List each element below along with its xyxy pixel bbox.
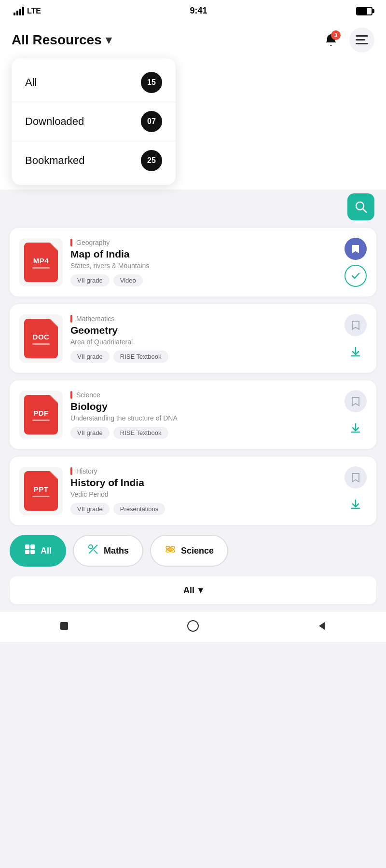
tab-maths-label: Maths [104, 546, 129, 556]
svg-rect-1 [356, 39, 365, 41]
resource-card-1[interactable]: DOC Mathematics Geometry Area of Quadril… [10, 304, 376, 373]
search-icon [355, 201, 367, 213]
card-actions-2 [345, 390, 367, 439]
card-content-0: Geography Map of India States, rivers & … [70, 239, 333, 286]
file-icon-0: MP4 [19, 238, 63, 286]
download-check-button-0[interactable] [345, 265, 367, 287]
download-icon [349, 346, 362, 358]
notification-button[interactable]: 3 [319, 28, 343, 52]
file-icon-1: DOC [19, 314, 63, 363]
file-type-label-2: PDF [33, 409, 49, 417]
science-icon [165, 543, 176, 558]
filter-all-item[interactable]: All 15 [12, 63, 176, 102]
filter-downloaded-label: Downloaded [25, 115, 84, 128]
tag-grade-1: VII grade [70, 351, 110, 363]
card-actions-3 [345, 466, 367, 515]
file-type-label-0: MP4 [33, 257, 49, 265]
android-nav-bar [0, 612, 386, 642]
card-content-1: Mathematics Geometry Area of Quadrilater… [70, 315, 333, 363]
page-title: All Resources [12, 32, 102, 48]
card-title-2: Biology [70, 401, 333, 412]
bookmark-button-0[interactable] [345, 238, 367, 260]
file-type-label-1: DOC [33, 333, 50, 341]
resource-card-3[interactable]: PPT History History of India Vedic Perio… [10, 457, 376, 525]
search-button[interactable] [347, 193, 374, 220]
tag-type-3: Presentations [113, 503, 165, 515]
card-actions-0 [345, 238, 367, 287]
svg-rect-10 [25, 550, 29, 554]
header-icons: 3 [319, 27, 374, 53]
card-title-0: Map of India [70, 248, 333, 260]
tab-science[interactable]: Science [150, 535, 228, 567]
card-desc-0: States, rivers & Mountains [70, 262, 333, 270]
card-desc-2: Understanding the structure of DNA [70, 414, 333, 422]
home-button[interactable] [187, 620, 199, 632]
subject-bar-icon-3 [70, 467, 72, 475]
svg-rect-8 [25, 544, 29, 549]
card-subject-2: Science [70, 391, 333, 399]
subject-bar-icon-2 [70, 391, 72, 399]
filter-dropdown-card: All 15 Downloaded 07 Bookmarked 25 [12, 58, 176, 185]
filter-select-label: All [183, 585, 194, 596]
filter-chevron-icon: ▾ [198, 585, 203, 596]
svg-rect-18 [60, 622, 68, 630]
bookmark-icon [351, 320, 360, 330]
bottom-nav-tabs: All Maths Science [0, 525, 386, 571]
filter-bookmarked-item[interactable]: Bookmarked 25 [12, 141, 176, 180]
carrier-label: LTE [27, 7, 41, 15]
resource-card-0[interactable]: MP4 Geography Map of India States, river… [10, 228, 376, 297]
card-title-1: Geometry [70, 325, 333, 336]
signal-icon [14, 7, 24, 15]
status-bar: LTE 9:41 [0, 0, 386, 20]
header: All Resources ▾ 3 [0, 20, 386, 58]
card-tags-2: VII grade RISE Textbook [70, 427, 333, 439]
filter-downloaded-item[interactable]: Downloaded 07 [12, 102, 176, 141]
bookmark-icon-3 [351, 472, 360, 483]
tag-type-0: Video [113, 274, 143, 286]
resources-list: MP4 Geography Map of India States, river… [0, 228, 386, 525]
download-button-2[interactable] [345, 417, 367, 439]
filter-select-button[interactable]: All ▾ [10, 576, 376, 604]
bookmark-button-2[interactable] [345, 390, 367, 412]
time-label: 9:41 [190, 6, 207, 16]
subject-bar-icon [70, 239, 72, 246]
tag-type-1: RISE Textbook [113, 351, 168, 363]
svg-rect-0 [356, 35, 368, 37]
card-desc-3: Vedic Period [70, 490, 333, 498]
bookmark-active-icon [351, 244, 360, 254]
bookmark-button-3[interactable] [345, 466, 367, 488]
subject-bar-icon-1 [70, 315, 72, 323]
card-tags-3: VII grade Presentations [70, 503, 333, 515]
header-title-area[interactable]: All Resources ▾ [12, 32, 111, 48]
tab-all-label: All [41, 546, 52, 556]
svg-rect-11 [30, 550, 35, 554]
tab-maths[interactable]: Maths [73, 535, 143, 567]
bookmark-icon-2 [351, 396, 360, 407]
bookmark-button-1[interactable] [345, 314, 367, 336]
hamburger-icon [356, 35, 368, 45]
back-button[interactable] [316, 620, 328, 632]
chevron-down-icon: ▾ [106, 33, 111, 47]
svg-rect-2 [356, 43, 368, 44]
file-icon-2: PDF [19, 391, 63, 439]
tab-all[interactable]: All [10, 535, 66, 567]
svg-line-14 [94, 550, 97, 554]
svg-rect-9 [30, 544, 35, 549]
svg-marker-20 [319, 622, 325, 630]
card-content-3: History History of India Vedic Period VI… [70, 467, 333, 515]
card-tags-0: VII grade Video [70, 274, 333, 286]
download-icon-3 [349, 498, 362, 511]
download-button-3[interactable] [345, 493, 367, 515]
resource-card-2[interactable]: PDF Science Biology Understanding the st… [10, 380, 376, 449]
file-icon-3: PPT [19, 467, 63, 515]
notification-badge: 3 [331, 30, 341, 40]
filter-row: All ▾ [0, 571, 386, 612]
download-button-1[interactable] [345, 341, 367, 363]
stop-button[interactable] [58, 620, 70, 632]
svg-line-4 [363, 209, 366, 212]
dropdown-wrapper: All 15 Downloaded 07 Bookmarked 25 [0, 58, 386, 190]
tag-grade-0: VII grade [70, 274, 110, 286]
menu-button[interactable] [349, 27, 374, 53]
tag-grade-3: VII grade [70, 503, 110, 515]
grid-icon [24, 543, 36, 558]
